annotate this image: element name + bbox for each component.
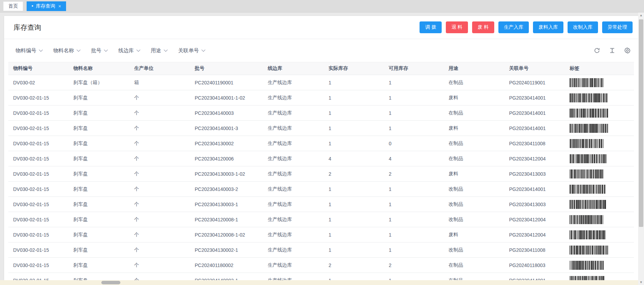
cell-label xyxy=(565,258,634,273)
cell-code: DV030-02-01-15 xyxy=(8,182,68,197)
cell-code: DV030-02-01-15 xyxy=(8,136,68,151)
row-height-icon[interactable] xyxy=(608,47,616,54)
refresh-icon[interactable] xyxy=(593,47,601,54)
main-panel: 库存查询 调 拨 退 料 废 料 生产入库 废料入库 改制入库 异常处理 物料编… xyxy=(4,16,638,280)
cell-actual: 1 xyxy=(324,136,384,151)
col-usage: 用途 xyxy=(444,62,504,75)
barcode-image xyxy=(570,230,608,239)
vertical-scrollbar[interactable]: ▲ ▼ xyxy=(638,12,644,285)
filter-material-name[interactable]: 物料名称 xyxy=(53,47,79,54)
chevron-down-icon xyxy=(39,48,43,52)
cell-batch: PC202401190001 xyxy=(190,75,263,90)
bottom-bar xyxy=(0,280,638,285)
rework-inbound-button[interactable]: 改制入库 xyxy=(568,21,598,33)
table-row[interactable]: DV030-02-01-15刹车盘个PC202304130003-1-02生产线… xyxy=(8,166,634,182)
table-row[interactable]: DV030-02-01-15刹车盘个PC202304140003-1生产线边库1… xyxy=(8,273,634,281)
filter-batch-no[interactable]: 批号 xyxy=(91,47,107,54)
cell-usage: 废料 xyxy=(444,121,504,136)
cell-batch: PC202304130003-1-02 xyxy=(190,166,263,182)
cell-warehouse: 生产线边库 xyxy=(263,197,324,212)
table-row[interactable]: DV030-02-01-15刹车盘个PC202304120008-1-02生产线… xyxy=(8,227,634,242)
cell-actual: 1 xyxy=(324,242,384,258)
close-icon[interactable]: × xyxy=(58,3,61,9)
cell-batch: PC202304130002 xyxy=(190,136,263,151)
cell-warehouse: 生产线边库 xyxy=(263,105,324,121)
cell-label xyxy=(565,182,634,197)
barcode-image xyxy=(570,78,608,87)
cell-available: 2 xyxy=(384,258,444,273)
cell-ref: PG20230411008 xyxy=(504,242,565,258)
table-row[interactable]: DV030-02-01-15刹车盘个PC202304120006生产线边库44在… xyxy=(8,151,634,166)
barcode-image xyxy=(570,124,608,133)
filter-line-warehouse[interactable]: 线边库 xyxy=(118,47,139,54)
cell-warehouse: 生产线边库 xyxy=(263,121,324,136)
cell-available: 1 xyxy=(384,273,444,281)
filter-related-order[interactable]: 关联单号 xyxy=(178,47,204,54)
cell-warehouse: 生产线边库 xyxy=(263,227,324,242)
table-row[interactable]: DV030-02-01-15刹车盘个PC202304130002-1生产线边库1… xyxy=(8,242,634,258)
table-row[interactable]: DV030-02刹车盘（箱）箱PC202401190001生产线边库11在制品P… xyxy=(8,75,634,90)
cell-unit: 个 xyxy=(129,121,190,136)
inventory-table: 物料编号 物料名称 生产单位 批号 线边库 实际库存 可用库存 用途 关联单号 … xyxy=(4,62,638,280)
cell-actual: 1 xyxy=(324,227,384,242)
cell-name: 刹车盘 xyxy=(68,273,129,281)
gear-icon[interactable] xyxy=(624,47,631,54)
cell-ref: PG20230414001 xyxy=(504,90,565,105)
horizontal-scrollbar-thumb[interactable] xyxy=(101,281,120,284)
cell-warehouse: 生产线边库 xyxy=(263,75,324,90)
table-row[interactable]: DV030-02-01-15刹车盘个PC202304130003-1生产线边库1… xyxy=(8,197,634,212)
table-row[interactable]: DV030-02-01-15刹车盘个PC202304130002生产线边库10在… xyxy=(8,136,634,151)
cell-name: 刹车盘 xyxy=(68,105,129,121)
scrap-button[interactable]: 废 料 xyxy=(472,21,494,33)
table-row[interactable]: DV030-02-01-15刹车盘个PC202401180002生产线边库22在… xyxy=(8,258,634,273)
cell-ref: PG20230414001 xyxy=(504,182,565,197)
cell-usage: 改制品 xyxy=(444,212,504,227)
cell-unit: 个 xyxy=(129,258,190,273)
col-production-unit: 生产单位 xyxy=(129,62,190,75)
tab-inventory-query[interactable]: ● 库存查询 × xyxy=(27,1,66,11)
filter-usage[interactable]: 用途 xyxy=(151,47,166,54)
cell-name: 刹车盘 xyxy=(68,151,129,166)
scroll-up-icon[interactable]: ▲ xyxy=(640,12,643,18)
cell-usage: 改制品 xyxy=(444,182,504,197)
exception-handle-button[interactable]: 异常处理 xyxy=(602,21,633,33)
return-material-button[interactable]: 退 料 xyxy=(446,21,468,33)
scrap-inbound-button[interactable]: 废料入库 xyxy=(533,21,563,33)
cell-usage: 在制品 xyxy=(444,273,504,281)
transfer-button[interactable]: 调 拨 xyxy=(420,21,442,33)
cell-actual: 1 xyxy=(324,197,384,212)
table-row[interactable]: DV030-02-01-15刹车盘个PC202304140001-3生产线边库1… xyxy=(8,121,634,136)
cell-warehouse: 生产线边库 xyxy=(263,212,324,227)
filters: 物料编号 物料名称 批号 线边库 用途 关联单号 xyxy=(16,47,593,54)
cell-code: DV030-02-01-15 xyxy=(8,197,68,212)
cell-warehouse: 生产线边库 xyxy=(263,166,324,182)
cell-batch: PC202304120008-1-02 xyxy=(190,227,263,242)
col-actual-stock: 实际库存 xyxy=(324,62,384,75)
cell-name: 刹车盘 xyxy=(68,197,129,212)
cell-usage: 改制品 xyxy=(444,242,504,258)
scroll-down-icon[interactable]: ▼ xyxy=(640,279,643,285)
table-row[interactable]: DV030-02-01-15刹车盘个PC202304140003-2生产线边库1… xyxy=(8,182,634,197)
cell-available: 1 xyxy=(384,197,444,212)
tab-home[interactable]: 首页 xyxy=(3,1,23,11)
cell-unit: 个 xyxy=(129,151,190,166)
cell-label xyxy=(565,121,634,136)
cell-unit: 个 xyxy=(129,242,190,258)
filter-material-code[interactable]: 物料编号 xyxy=(16,47,42,54)
cell-batch: PC202304120006 xyxy=(190,151,263,166)
cell-actual: 1 xyxy=(324,182,384,197)
cell-name: 刹车盘 xyxy=(68,166,129,182)
cell-actual: 4 xyxy=(324,151,384,166)
filter-label: 用途 xyxy=(151,47,161,54)
cell-ref: PG20230414001 xyxy=(504,273,565,281)
cell-code: DV030-02-01-15 xyxy=(8,166,68,182)
tab-active-label: 库存查询 xyxy=(36,3,55,9)
cell-usage: 在制品 xyxy=(444,151,504,166)
tab-bar: 首页 ● 库存查询 × xyxy=(0,0,644,12)
scrollbar-thumb[interactable] xyxy=(639,19,643,227)
cell-usage: 在制品 xyxy=(444,105,504,121)
table-row[interactable]: DV030-02-01-15刹车盘个PC202304140001-1-02生产线… xyxy=(8,90,634,105)
table-row[interactable]: DV030-02-01-15刹车盘个PC202304120008-1生产线边库1… xyxy=(8,212,634,227)
table-row[interactable]: DV030-02-01-15刹车盘个PC202304140003生产线边库11在… xyxy=(8,105,634,121)
production-inbound-button[interactable]: 生产入库 xyxy=(498,21,529,33)
